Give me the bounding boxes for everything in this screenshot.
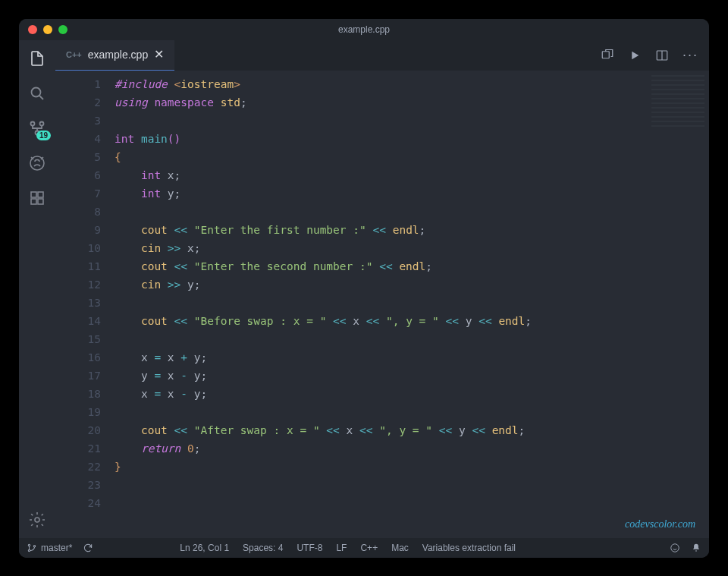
code-line[interactable]: int main(): [115, 130, 709, 148]
line-number: 16: [55, 348, 101, 367]
code-content[interactable]: #include <iostream>using namespace std; …: [115, 71, 709, 538]
line-number: 7: [55, 184, 101, 203]
svg-point-15: [671, 543, 679, 552]
line-number: 19: [55, 403, 101, 421]
indentation-status[interactable]: Spaces: 4: [243, 543, 283, 553]
svg-rect-7: [31, 199, 36, 204]
source-control-icon[interactable]: 19: [27, 118, 48, 139]
code-line[interactable]: [115, 494, 709, 512]
svg-point-2: [40, 121, 44, 125]
line-number-gutter: 123456789101112131415161718192021222324: [55, 71, 115, 538]
more-actions-icon[interactable]: ···: [682, 47, 698, 63]
line-number: 17: [55, 367, 101, 385]
editor-area: C++ example.cpp ✕ ···: [55, 40, 709, 538]
code-line[interactable]: using namespace std;: [115, 93, 709, 112]
line-number: 9: [55, 221, 101, 239]
run-icon[interactable]: [628, 49, 642, 62]
svg-point-1: [31, 121, 35, 125]
explorer-icon[interactable]: [27, 48, 48, 69]
watermark: codevscolor.com: [625, 515, 695, 534]
code-line[interactable]: }: [115, 458, 709, 476]
search-icon[interactable]: [27, 83, 48, 104]
close-window-button[interactable]: [28, 25, 37, 34]
line-number: 21: [55, 439, 101, 458]
maximize-window-button[interactable]: [58, 25, 67, 34]
svg-point-14: [33, 545, 35, 546]
line-number: 1: [55, 75, 101, 93]
minimize-window-button[interactable]: [43, 25, 52, 34]
status-bar: master* Ln 26, Col 1 Spaces: 4 UTF-8 LF …: [19, 538, 709, 558]
svg-rect-6: [38, 192, 43, 197]
settings-gear-icon[interactable]: [27, 509, 48, 530]
editor-actions: ···: [601, 40, 709, 71]
svg-rect-5: [31, 192, 36, 197]
line-number: 11: [55, 257, 101, 275]
code-line[interactable]: [115, 294, 709, 312]
code-line[interactable]: y = x - y;: [115, 367, 709, 385]
svg-point-0: [32, 87, 41, 96]
svg-point-13: [28, 549, 30, 551]
code-line[interactable]: cout << "After swap : x = " << x << ", y…: [115, 421, 709, 439]
code-line[interactable]: int y;: [115, 184, 709, 203]
status-message[interactable]: Variables extraction fail: [422, 543, 516, 553]
code-line[interactable]: cout << "Enter the second number :" << e…: [115, 257, 709, 275]
line-number: 23: [55, 476, 101, 494]
svg-point-12: [28, 544, 30, 546]
code-line[interactable]: cout << "Before swap : x = " << x << ", …: [115, 312, 709, 330]
code-line[interactable]: x = x - y;: [115, 385, 709, 403]
code-editor[interactable]: 123456789101112131415161718192021222324 …: [55, 71, 709, 538]
notifications-bell-icon[interactable]: [691, 543, 701, 553]
extensions-icon[interactable]: [27, 187, 48, 209]
code-line[interactable]: [115, 203, 709, 221]
code-line[interactable]: x = x + y;: [115, 348, 709, 367]
cursor-position[interactable]: Ln 26, Col 1: [180, 543, 229, 553]
code-line[interactable]: #include <iostream>: [115, 75, 709, 93]
line-number: 4: [55, 130, 101, 148]
tab-language-badge: C++: [66, 50, 82, 59]
main-area: 19 C++ example.cpp ✕: [19, 40, 709, 538]
window-controls: [28, 25, 67, 34]
code-line[interactable]: cin >> y;: [115, 275, 709, 294]
line-number: 5: [55, 148, 101, 166]
tab-filename: example.cpp: [88, 49, 148, 61]
close-tab-icon[interactable]: ✕: [154, 49, 164, 61]
line-number: 6: [55, 166, 101, 184]
line-number: 22: [55, 458, 101, 476]
window-title: example.cpp: [338, 24, 390, 35]
minimap[interactable]: [651, 75, 704, 128]
titlebar: example.cpp: [19, 19, 709, 40]
status-center: Ln 26, Col 1 Spaces: 4 UTF-8 LF C++ Mac …: [180, 543, 516, 553]
git-branch-status[interactable]: master*: [27, 543, 72, 553]
line-number: 2: [55, 93, 101, 112]
line-number: 15: [55, 330, 101, 348]
tab-example-cpp[interactable]: C++ example.cpp ✕: [55, 40, 174, 71]
code-line[interactable]: [115, 403, 709, 421]
line-number: 14: [55, 312, 101, 330]
encoding-status[interactable]: UTF-8: [297, 543, 322, 553]
line-number: 3: [55, 112, 101, 130]
svg-rect-10: [602, 51, 609, 58]
tab-bar: C++ example.cpp ✕ ···: [55, 40, 709, 71]
language-mode-status[interactable]: C++: [360, 543, 378, 553]
split-editor-icon[interactable]: [655, 49, 669, 62]
editor-window: example.cpp 19: [19, 19, 709, 558]
feedback-smiley-icon[interactable]: [670, 543, 680, 553]
os-status[interactable]: Mac: [391, 543, 409, 553]
code-line[interactable]: [115, 112, 709, 130]
svg-rect-8: [38, 199, 43, 204]
code-line[interactable]: [115, 476, 709, 494]
eol-status[interactable]: LF: [336, 543, 347, 553]
line-number: 10: [55, 239, 101, 257]
line-number: 13: [55, 294, 101, 312]
activity-bar: 19: [19, 40, 55, 538]
sync-icon[interactable]: [83, 543, 93, 553]
code-line[interactable]: int x;: [115, 166, 709, 184]
debug-icon[interactable]: [27, 153, 48, 174]
code-line[interactable]: [115, 330, 709, 348]
code-line[interactable]: return 0;: [115, 439, 709, 458]
line-number: 12: [55, 275, 101, 294]
code-line[interactable]: cout << "Enter the first number :" << en…: [115, 221, 709, 239]
code-line[interactable]: cin >> x;: [115, 239, 709, 257]
compare-changes-icon[interactable]: [601, 49, 614, 62]
code-line[interactable]: {: [115, 148, 709, 166]
